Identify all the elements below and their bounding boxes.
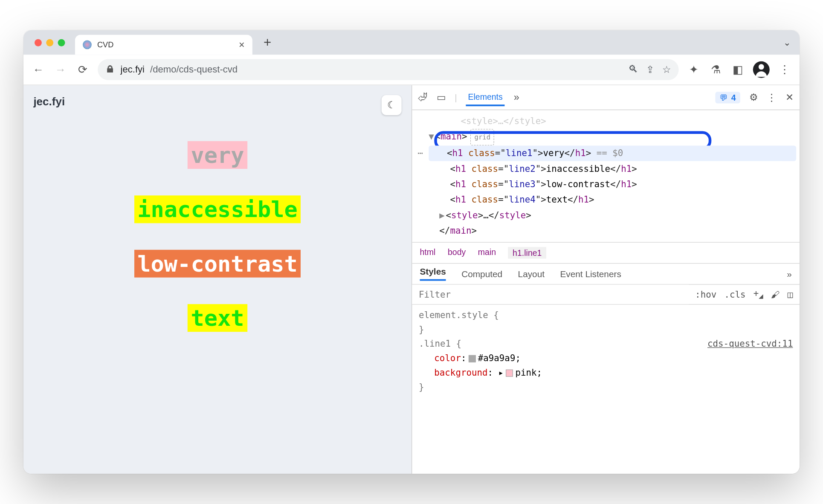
dom-row[interactable]: <h1 class="line4">text</h1> (429, 192, 796, 208)
theme-toggle-button[interactable]: ☾ (382, 95, 402, 115)
line2-heading: inaccessible (134, 195, 301, 223)
paint-icon[interactable]: 🖌︎ (771, 289, 780, 300)
css-rule-line1[interactable]: .line1 { cds-quest-cvd:11 (419, 337, 793, 351)
tab-computed[interactable]: Computed (461, 269, 502, 279)
lock-icon: 🔒︎ (105, 64, 115, 75)
crumb-body[interactable]: body (448, 247, 466, 258)
issues-count: 4 (731, 93, 736, 102)
tab-overflow-button[interactable]: ⌄ (783, 37, 791, 48)
extensions-icon[interactable]: ✦ (687, 63, 701, 76)
content-area: jec.fyi ☾ very inaccessible low-contrast… (23, 85, 800, 474)
side-panel-icon[interactable]: ◧ (731, 63, 745, 76)
line3-heading: low-contrast (134, 250, 301, 278)
tab-strip: CVD × + ⌄ (23, 30, 800, 55)
back-button[interactable]: ← (31, 63, 46, 76)
browser-window: CVD × + ⌄ ← → ⟳ 🔒︎ jec.fyi/demo/cds-ques… (23, 30, 800, 474)
crumb-main[interactable]: main (478, 247, 496, 258)
dom-tree[interactable]: <style>…</style> ▼<main>grid ⋯ <h1 class… (412, 110, 800, 242)
reload-button[interactable]: ⟳ (75, 63, 90, 76)
bookmark-icon[interactable]: ☆ (662, 64, 671, 76)
panel-layout-icon[interactable]: ◫ (788, 289, 793, 300)
moon-icon: ☾ (387, 99, 396, 111)
color-swatch-icon[interactable] (506, 370, 513, 377)
tab-event-listeners[interactable]: Event Listeners (560, 269, 621, 279)
cls-toggle[interactable]: .cls (724, 289, 745, 300)
tab-title: CVD (97, 40, 113, 49)
grid-badge[interactable]: grid (470, 129, 494, 145)
tab-close-button[interactable]: × (239, 39, 245, 50)
color-swatch-icon[interactable] (469, 355, 476, 362)
url-host: jec.fyi (121, 64, 145, 75)
new-style-rule-icon[interactable]: +◢ (753, 288, 763, 301)
url-path: /demo/cds-quest-cvd (150, 64, 238, 75)
labs-icon[interactable]: ⚗ (709, 63, 723, 76)
breadcrumb: html body main h1.line1 (412, 242, 800, 263)
dom-row-truncated: <style>…</style> (429, 113, 796, 129)
source-link[interactable]: cds-quest-cvd:11 (707, 337, 793, 351)
maximize-window-button[interactable] (58, 39, 65, 46)
device-toolbar-icon[interactable]: ▭ (437, 91, 446, 104)
profile-avatar[interactable] (753, 61, 770, 78)
demo-lines: very inaccessible low-contrast text (134, 141, 301, 332)
browser-toolbar: ← → ⟳ 🔒︎ jec.fyi/demo/cds-quest-cvd 🔍︎ ⇪… (23, 55, 800, 85)
line4-heading: text (188, 304, 248, 332)
dom-row-main-close[interactable]: </main> (429, 223, 796, 238)
inspect-element-icon[interactable]: ⮰ (417, 92, 427, 103)
line1-heading: very (188, 141, 248, 169)
element-style-rule[interactable]: element.style { } (419, 308, 793, 337)
new-tab-button[interactable]: + (258, 35, 277, 50)
dom-row-main-open[interactable]: ▼<main>grid (429, 129, 796, 145)
settings-icon[interactable]: ⚙ (749, 91, 758, 104)
browser-tab[interactable]: CVD × (75, 35, 252, 55)
dom-row[interactable]: ▶<style>…</style> (429, 208, 796, 223)
dom-row-selected[interactable]: ⋯ <h1 class="line1">very</h1> == $0 (429, 145, 796, 161)
crumb-html[interactable]: html (420, 247, 436, 258)
devtools-toolbar: ⮰ ▭ | Elements » 💬︎ 4 ⚙ ⋮ ✕ (412, 85, 800, 110)
address-bar[interactable]: 🔒︎ jec.fyi/demo/cds-quest-cvd 🔍︎ ⇪ ☆ (98, 59, 678, 80)
tab-layout[interactable]: Layout (518, 269, 545, 279)
styles-tabbar: Styles Computed Layout Event Listeners » (412, 263, 800, 285)
issues-badge[interactable]: 💬︎ 4 (715, 92, 740, 103)
forward-button[interactable]: → (53, 63, 68, 76)
devtools-menu-icon[interactable]: ⋮ (767, 91, 777, 104)
minimize-window-button[interactable] (46, 39, 53, 46)
crumb-current[interactable]: h1.line1 (508, 247, 546, 258)
more-tabs-icon[interactable]: » (514, 92, 519, 103)
dom-row[interactable]: <h1 class="line2">inaccessible</h1> (429, 161, 796, 177)
window-controls (30, 39, 70, 46)
rendered-page: jec.fyi ☾ very inaccessible low-contrast… (23, 85, 412, 474)
tab-styles[interactable]: Styles (420, 267, 446, 281)
share-icon[interactable]: ⇪ (646, 64, 655, 76)
hov-toggle[interactable]: :hov (695, 289, 716, 300)
favicon-icon (83, 40, 92, 49)
styles-filter-row: :hov .cls +◢ 🖌︎ ◫ (412, 285, 800, 305)
browser-menu-button[interactable]: ⋮ (777, 63, 792, 76)
page-brand: jec.fyi (33, 95, 65, 108)
more-style-tabs-icon[interactable]: » (787, 269, 792, 279)
zoom-icon[interactable]: 🔍︎ (628, 64, 638, 76)
issues-icon: 💬︎ (719, 93, 728, 102)
tab-elements[interactable]: Elements (466, 89, 505, 107)
styles-pane[interactable]: element.style { } .line1 { cds-quest-cvd… (412, 305, 800, 398)
dom-row[interactable]: <h1 class="line3">low-contrast</h1> (429, 177, 796, 192)
more-actions-icon[interactable]: ⋯ (417, 145, 423, 161)
devtools-close-icon[interactable]: ✕ (786, 91, 794, 104)
devtools-panel: ⮰ ▭ | Elements » 💬︎ 4 ⚙ ⋮ ✕ <style>…</st… (412, 85, 800, 474)
css-declaration[interactable]: background: ▸pink; (419, 366, 793, 380)
css-declaration[interactable]: color:#a9a9a9; (419, 351, 793, 366)
close-window-button[interactable] (35, 39, 42, 46)
styles-filter-input[interactable] (412, 285, 688, 304)
